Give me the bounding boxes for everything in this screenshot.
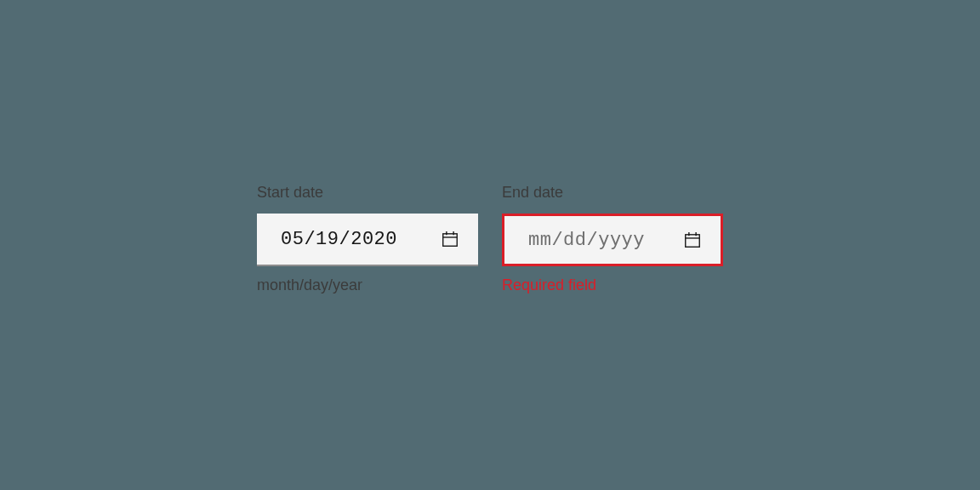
- calendar-icon[interactable]: [441, 230, 459, 248]
- start-date-group: Start date 05/19/2020 month/day/year: [257, 184, 478, 294]
- start-date-helper: month/day/year: [257, 276, 478, 294]
- start-date-label: Start date: [257, 184, 478, 202]
- end-date-label: End date: [502, 184, 723, 202]
- svg-rect-4: [686, 235, 700, 247]
- svg-rect-0: [443, 234, 458, 246]
- start-date-value: 05/19/2020: [281, 229, 397, 250]
- start-date-input[interactable]: 05/19/2020: [257, 214, 478, 266]
- end-date-placeholder: mm/dd/yyyy: [528, 230, 645, 251]
- calendar-icon[interactable]: [683, 231, 702, 249]
- end-date-group: End date mm/dd/yyyy Required field: [502, 184, 723, 294]
- end-date-input[interactable]: mm/dd/yyyy: [502, 214, 723, 266]
- end-date-error: Required field: [502, 276, 723, 294]
